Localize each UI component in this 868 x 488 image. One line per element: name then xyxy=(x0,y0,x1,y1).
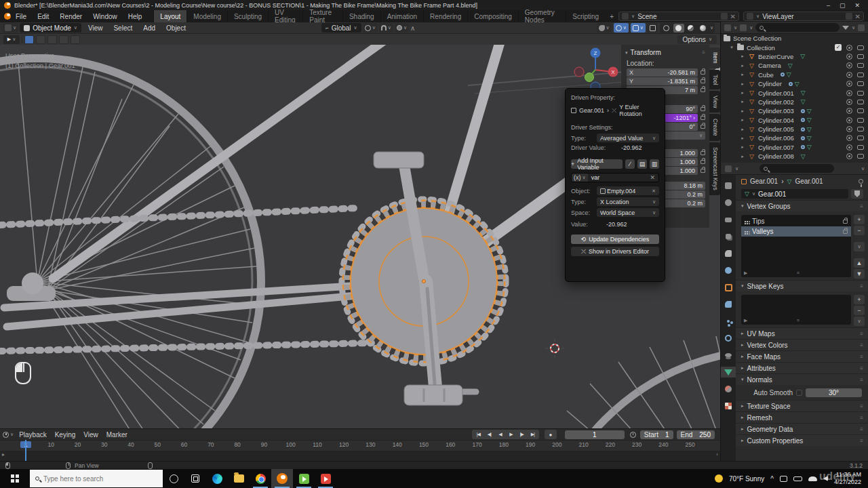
properties-search-input[interactable] xyxy=(760,164,834,173)
disclosure-icon[interactable]: ▸ xyxy=(740,63,745,68)
select-mode-subtract-button[interactable] xyxy=(47,35,57,44)
blender-taskbar-button[interactable] xyxy=(271,469,293,488)
tray-expand-chevron[interactable]: ^ xyxy=(770,475,774,483)
properties-section-header[interactable]: ▸UV Maps≡ xyxy=(736,327,868,339)
update-dependencies-button[interactable]: ⟲Update Dependencies xyxy=(571,235,659,244)
taskbar-search[interactable] xyxy=(30,470,163,487)
timeline-menu-item[interactable]: View xyxy=(79,431,102,439)
select-mode-extend-button[interactable] xyxy=(36,35,45,44)
variable-name-field[interactable]: var xyxy=(588,174,647,181)
n-panel-tab[interactable]: Tool xyxy=(709,70,720,90)
workspace-tab[interactable]: Geometry Nodes xyxy=(518,10,566,22)
menu-item[interactable]: File xyxy=(11,12,31,21)
timeline-menu-item[interactable]: Playback xyxy=(15,431,51,439)
outliner-object-row[interactable]: ▸ ▽ Cylinder.001 ▽ xyxy=(721,88,868,97)
timeline-menu-item[interactable]: Keying xyxy=(51,431,80,439)
properties-tab[interactable] xyxy=(721,316,736,327)
select-mode-intersect-button[interactable] xyxy=(71,35,80,44)
outliner-search-input[interactable] xyxy=(755,23,840,32)
variable-channel-dropdown[interactable]: X Location∨ xyxy=(597,197,659,206)
outliner-object-row[interactable]: ▸ ▽ Cylinder.004 ▽ xyxy=(721,116,868,125)
transform-orientation-selector[interactable]: ⌐ Global ∨ xyxy=(321,23,361,33)
outliner-object-row[interactable]: ▸ ▽ Camera ▽ xyxy=(721,61,868,70)
snap-button[interactable]: ∨ xyxy=(379,23,393,33)
auto-keying-button[interactable]: ● xyxy=(545,430,557,439)
n-panel-tab[interactable]: Create xyxy=(709,114,720,141)
jump-to-start[interactable]: |◀ xyxy=(473,430,484,439)
properties-tab[interactable] xyxy=(721,401,736,411)
search-input[interactable] xyxy=(43,475,145,483)
shape-key-specials-button[interactable]: ∨ xyxy=(854,317,865,326)
breadcrumb-object[interactable]: Gear.001 xyxy=(750,178,778,185)
battery-tray-icon[interactable] xyxy=(793,476,802,481)
navigation-gizmo[interactable]: Z X xyxy=(570,45,624,92)
viewport-menu-item[interactable]: Object xyxy=(161,24,191,33)
blender-menu-icon[interactable] xyxy=(4,13,11,20)
pin-icon[interactable] xyxy=(859,179,863,184)
hide-eye-icon[interactable] xyxy=(846,99,852,105)
viewlayer-selector[interactable]: ∨ ViewLayer ✕ xyxy=(743,12,864,21)
display-mode-icon[interactable] xyxy=(740,24,747,31)
play[interactable]: ▶ xyxy=(506,430,516,439)
properties-tab[interactable] xyxy=(721,197,736,208)
add-vertex-group-button[interactable]: + xyxy=(854,215,865,224)
disclosure-icon[interactable]: ▾ xyxy=(729,45,734,50)
properties-tab[interactable] xyxy=(721,350,736,361)
properties-tab[interactable] xyxy=(721,180,736,191)
hide-eye-icon[interactable] xyxy=(846,135,852,141)
properties-section-header[interactable]: ▸Geometry Data≡ xyxy=(736,423,868,434)
viewport-menu-item[interactable]: View xyxy=(83,24,108,33)
normals-section-header[interactable]: ▾Normals≡ xyxy=(736,373,868,385)
xray-toggle-button[interactable]: ∨ xyxy=(631,23,646,33)
disclosure-icon[interactable]: ▸ xyxy=(740,127,745,132)
hide-eye-icon[interactable] xyxy=(846,81,852,87)
minimize-button[interactable]: – xyxy=(827,2,830,9)
disclosure-icon[interactable]: ▸ xyxy=(740,72,745,77)
auto-smooth-angle-slider[interactable]: 30° xyxy=(806,388,862,397)
camtasia-button[interactable] xyxy=(293,469,315,488)
remove-variable-icon[interactable]: ✕ xyxy=(646,174,658,181)
solid-shading-button[interactable] xyxy=(673,24,684,33)
disclosure-icon[interactable]: ▸ xyxy=(740,90,745,96)
camtasia-recorder-button[interactable] xyxy=(315,469,336,488)
material-preview-button[interactable] xyxy=(686,24,696,33)
paste-variables-button[interactable]: ▥ xyxy=(650,159,659,169)
hide-eye-icon[interactable] xyxy=(846,108,852,114)
collapse-icon[interactable]: ▾ xyxy=(625,50,628,56)
channel-expand-icon[interactable]: ▸ xyxy=(2,451,5,458)
mode-selector[interactable]: Object Mode ∨ xyxy=(20,23,81,33)
fake-user-button[interactable] xyxy=(851,189,863,199)
disable-render-icon[interactable] xyxy=(857,127,864,131)
lock-icon[interactable] xyxy=(701,125,705,129)
lock-icon[interactable] xyxy=(843,220,848,224)
list-expand-icon[interactable]: ▶ xyxy=(744,318,747,323)
playhead[interactable] xyxy=(25,440,26,461)
properties-section-header[interactable]: ▸Texture Space≡ xyxy=(736,400,868,411)
hide-eye-icon[interactable] xyxy=(846,45,852,51)
chrome-button[interactable] xyxy=(250,469,271,488)
workspace-tab[interactable]: Shading xyxy=(342,10,380,22)
frame-end-field[interactable]: End250 xyxy=(677,430,715,439)
lock-icon[interactable] xyxy=(701,116,705,120)
copy-variables-button[interactable]: ▤ xyxy=(637,159,647,169)
lock-icon[interactable] xyxy=(701,107,705,111)
file-explorer-button[interactable] xyxy=(228,469,250,488)
outliner-object-row[interactable]: ▸ ▽ Cylinder ▽ xyxy=(721,79,868,88)
show-overlays-button[interactable]: ∨ xyxy=(614,23,629,33)
lock-icon[interactable] xyxy=(701,70,705,75)
toggle-xray-button[interactable] xyxy=(648,23,658,33)
menu-item[interactable]: Window xyxy=(88,12,122,21)
outliner-object-row[interactable]: ▸ ▽ Cylinder.008 ▽ xyxy=(721,152,868,161)
sync-icon[interactable] xyxy=(630,432,636,438)
close-button[interactable]: ✕ xyxy=(854,2,860,9)
n-panel-tab[interactable]: Screencast Keys xyxy=(709,142,720,195)
properties-editor-icon[interactable] xyxy=(725,165,732,172)
properties-tab[interactable] xyxy=(721,248,736,259)
variable-object-field[interactable]: Empty.004✕ xyxy=(597,186,659,195)
select-mode-invert-button[interactable] xyxy=(59,35,68,44)
disable-render-icon[interactable] xyxy=(857,91,864,96)
scene-selector[interactable]: ∨ Scene ✕ xyxy=(618,12,739,21)
menu-item[interactable]: Edit xyxy=(33,12,54,21)
viewport-menu-item[interactable]: Select xyxy=(108,24,138,33)
timeline-track[interactable]: ▸‹ xyxy=(0,451,720,461)
